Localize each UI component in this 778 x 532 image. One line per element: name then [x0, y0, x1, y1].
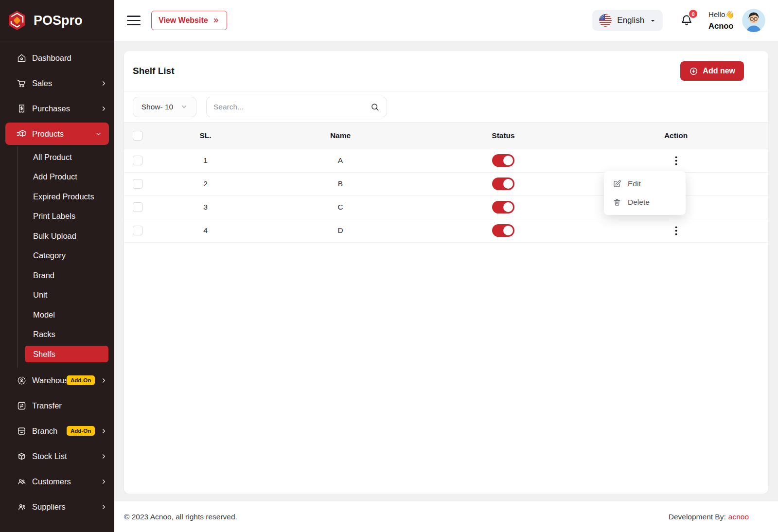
users-group-icon: [16, 476, 27, 487]
sidebar-item-label: Stock List: [32, 452, 67, 461]
sidebar-item-products[interactable]: Products: [5, 123, 109, 145]
shelf-list-card: Shelf List Add new Show- 10: [124, 51, 768, 494]
sidebar-item-warehouse[interactable]: Warehouse Add-On: [0, 368, 114, 393]
sidebar-item-purchases[interactable]: Purchases: [0, 96, 114, 121]
submenu-item-print-labels[interactable]: Print Labels: [18, 207, 114, 227]
sidebar-item-transfer[interactable]: Transfer: [0, 393, 114, 418]
submenu-item-racks[interactable]: Racks: [18, 325, 114, 345]
row-checkbox[interactable]: [133, 156, 142, 165]
plus-circle-icon: [689, 67, 698, 76]
show-entries-select[interactable]: Show- 10: [133, 97, 196, 117]
chevron-down-icon: [180, 103, 188, 110]
chevron-down-icon: [95, 130, 102, 138]
sidebar-item-sales[interactable]: Sales: [0, 71, 114, 96]
sidebar-item-label: Customers: [32, 477, 71, 486]
store-icon: [16, 426, 27, 436]
view-website-button[interactable]: View Website: [151, 11, 227, 30]
chevron-right-icon: [100, 80, 107, 87]
language-label: English: [617, 16, 644, 25]
cell-sl: 2: [153, 172, 258, 195]
cell-name: A: [258, 149, 423, 172]
row-checkbox[interactable]: [133, 226, 142, 235]
cell-sl: 1: [153, 149, 258, 172]
chevron-right-icon: [100, 453, 107, 460]
status-toggle[interactable]: [492, 201, 514, 213]
sidebar-item-label: Products: [32, 129, 64, 139]
hamburger-menu-icon[interactable]: [127, 16, 141, 25]
receipt-icon: [16, 103, 27, 114]
trash-icon: [613, 198, 621, 207]
sidebar-item-branch[interactable]: Branch Add-On: [0, 418, 114, 443]
sidebar-item-customers[interactable]: Customers: [0, 469, 114, 494]
transfer-icon: [16, 400, 27, 411]
submenu-item-add-product[interactable]: Add Product: [18, 167, 114, 187]
sidebar: POSpro Dashboard Sales: [0, 0, 114, 532]
notification-count-badge: 0: [688, 9, 698, 19]
submenu-item-category[interactable]: Category: [18, 246, 114, 266]
sidebar-item-label: Suppliers: [32, 502, 66, 512]
row-checkbox[interactable]: [133, 179, 142, 189]
notifications-button[interactable]: 0: [679, 13, 694, 28]
submenu-item-all-product[interactable]: All Product: [18, 147, 114, 167]
submenu-item-model[interactable]: Model: [18, 305, 114, 325]
products-box-icon: [16, 128, 27, 139]
column-header-name: Name: [258, 123, 423, 149]
delete-menu-item[interactable]: Delete: [604, 193, 686, 212]
row-actions-kebab-icon[interactable]: [671, 224, 681, 237]
chevron-right-icon: [100, 377, 107, 384]
developer-link[interactable]: acnoo: [728, 513, 749, 521]
wave-emoji: 👋: [725, 10, 734, 18]
chevron-right-icon: [100, 105, 107, 112]
us-flag-icon: [599, 14, 612, 27]
username: Acnoo: [708, 20, 734, 33]
sidebar-item-stock-list[interactable]: Stock List: [0, 443, 114, 469]
table-row: 4 D: [124, 219, 768, 242]
add-new-button[interactable]: Add new: [680, 61, 744, 81]
brand-logo[interactable]: POSpro: [0, 0, 114, 41]
submenu-item-unit[interactable]: Unit: [18, 285, 114, 305]
status-toggle[interactable]: [492, 224, 514, 237]
cell-sl: 3: [153, 195, 258, 219]
row-actions-kebab-icon[interactable]: [671, 154, 681, 167]
copyright-text: © 2023 Acnoo, all rights reserved.: [124, 513, 237, 521]
search-input[interactable]: [213, 103, 370, 111]
development-credit: Development By: acnoo: [669, 513, 749, 521]
edit-menu-item[interactable]: Edit: [604, 175, 686, 193]
column-header-status: Status: [423, 123, 584, 149]
search-icon[interactable]: [370, 102, 380, 112]
submenu-item-shelfs[interactable]: Shelfs: [25, 346, 108, 362]
sidebar-item-label: Purchases: [32, 104, 70, 113]
addon-badge: Add-On: [67, 375, 95, 385]
chevron-right-icon: [100, 478, 107, 485]
language-selector[interactable]: English: [592, 10, 663, 31]
row-checkbox[interactable]: [133, 202, 142, 212]
caret-down-icon: [650, 18, 656, 24]
chevron-right-icon: [100, 503, 107, 511]
pospro-logo-icon: [6, 10, 28, 31]
content-column: View Website: [114, 0, 778, 532]
brand-name: POSpro: [34, 13, 83, 28]
status-toggle[interactable]: [492, 154, 514, 167]
submenu-item-brand[interactable]: Brand: [18, 266, 114, 285]
select-all-checkbox[interactable]: [133, 131, 142, 141]
status-toggle[interactable]: [492, 177, 514, 190]
users-icon: [16, 501, 27, 512]
sidebar-item-label: Sales: [32, 79, 52, 88]
double-chevron-right-icon: [212, 17, 220, 24]
submenu-item-expired-products[interactable]: Expired Products: [18, 187, 114, 207]
sidebar-item-dashboard[interactable]: Dashboard: [0, 45, 114, 71]
sidebar-item-suppliers[interactable]: Suppliers: [0, 494, 114, 519]
products-submenu: All Product Add Product Expired Products…: [17, 146, 114, 368]
top-header: View Website: [114, 0, 778, 41]
app-root: POSpro Dashboard Sales: [0, 0, 778, 532]
sidebar-item-label: Dashboard: [32, 53, 71, 63]
search-box: [206, 97, 387, 117]
column-header-action: Action: [584, 123, 768, 149]
user-greeting: Hello👋 Acnoo: [708, 9, 734, 33]
row-actions-menu: Edit Delete: [604, 171, 686, 215]
table-header-row: SL. Name Status Action: [124, 123, 768, 149]
edit-pencil-icon: [613, 179, 621, 188]
table-row: 1 A: [124, 149, 768, 172]
user-avatar[interactable]: [742, 9, 765, 32]
submenu-item-bulk-upload[interactable]: Bulk Upload: [18, 226, 114, 246]
